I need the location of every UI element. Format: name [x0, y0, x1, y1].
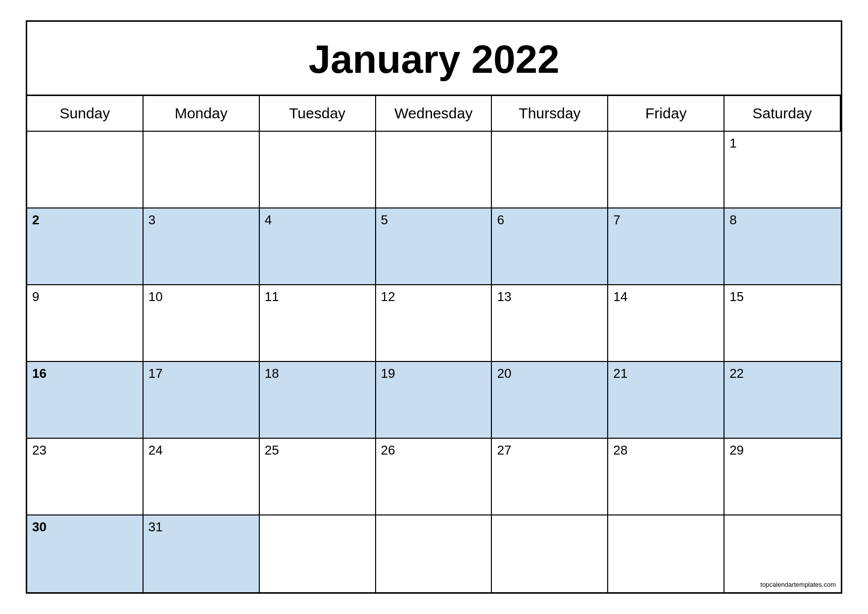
day-number: 18	[265, 366, 279, 381]
weekday-header: Wednesday	[376, 96, 492, 132]
day-number: 19	[381, 366, 395, 381]
day-number: 29	[729, 443, 744, 458]
watermark: topcalendartemplates.com	[761, 581, 836, 588]
day-number: 17	[148, 366, 163, 381]
day-number: 7	[613, 212, 620, 227]
weekday-header: Friday	[608, 96, 724, 132]
calendar-day-cell: 22	[724, 362, 841, 439]
calendar-day-cell: 24	[144, 439, 260, 515]
calendar-day-cell: 13	[492, 285, 608, 362]
calendar-day-cell: 12	[376, 285, 492, 362]
day-number: 2	[32, 212, 39, 227]
weekday-header: Saturday	[724, 96, 841, 132]
calendar-day-cell: 3	[144, 208, 260, 285]
day-number: 24	[148, 443, 163, 458]
calendar-day-cell: topcalendartemplates.com	[724, 515, 841, 592]
calendar-day-cell	[608, 132, 724, 208]
day-number: 5	[381, 212, 388, 227]
calendar-day-cell	[27, 132, 144, 208]
day-number: 30	[32, 519, 47, 534]
day-number: 3	[148, 212, 155, 227]
calendar-day-cell: 26	[376, 439, 492, 515]
day-number: 13	[497, 289, 511, 304]
weekday-header: Tuesday	[260, 96, 376, 132]
day-number: 1	[729, 136, 736, 151]
day-number: 6	[497, 212, 504, 227]
calendar-day-cell	[376, 132, 492, 208]
calendar-day-cell: 8	[724, 208, 841, 285]
day-number: 21	[613, 366, 627, 381]
day-number: 26	[381, 443, 395, 458]
day-number: 11	[265, 289, 279, 304]
calendar-day-cell	[376, 515, 492, 592]
calendar-day-cell: 6	[492, 208, 608, 285]
weekday-header: Thursday	[492, 96, 608, 132]
calendar-day-cell: 14	[608, 285, 724, 362]
calendar-day-cell	[492, 132, 608, 208]
calendar-day-cell	[260, 515, 376, 592]
day-number: 28	[613, 443, 627, 458]
calendar-title: January 2022	[37, 37, 831, 82]
day-number: 16	[32, 366, 47, 381]
calendar-day-cell: 20	[492, 362, 608, 439]
calendar-day-cell: 2	[27, 208, 144, 285]
day-number: 9	[32, 289, 39, 304]
calendar-day-cell: 28	[608, 439, 724, 515]
day-number: 31	[148, 519, 163, 534]
calendar-day-cell: 11	[260, 285, 376, 362]
calendar-day-cell	[608, 515, 724, 592]
calendar-header: January 2022	[27, 22, 841, 96]
calendar-day-cell: 31	[144, 515, 260, 592]
calendar-day-cell: 15	[724, 285, 841, 362]
day-number: 25	[265, 443, 279, 458]
calendar-day-cell: 1	[724, 132, 841, 208]
day-number: 8	[729, 212, 736, 227]
calendar-day-cell: 23	[27, 439, 144, 515]
day-number: 15	[729, 289, 744, 304]
calendar-day-cell: 7	[608, 208, 724, 285]
weekday-header: Sunday	[27, 96, 144, 132]
calendar-day-cell: 21	[608, 362, 724, 439]
calendar-day-cell: 9	[27, 285, 144, 362]
weekday-header: Monday	[144, 96, 260, 132]
calendar-day-cell: 30	[27, 515, 144, 592]
calendar-day-cell	[260, 132, 376, 208]
calendar: January 2022 SundayMondayTuesdayWednesda…	[26, 20, 842, 594]
calendar-day-cell: 29	[724, 439, 841, 515]
calendar-day-cell	[492, 515, 608, 592]
calendar-day-cell: 25	[260, 439, 376, 515]
day-number: 23	[32, 443, 47, 458]
calendar-day-cell: 18	[260, 362, 376, 439]
day-number: 27	[497, 443, 511, 458]
calendar-day-cell: 19	[376, 362, 492, 439]
day-number: 20	[497, 366, 511, 381]
calendar-day-cell: 5	[376, 208, 492, 285]
calendar-day-cell: 16	[27, 362, 144, 439]
day-number: 4	[265, 212, 272, 227]
day-number: 14	[613, 289, 627, 304]
calendar-day-cell: 17	[144, 362, 260, 439]
day-number: 10	[148, 289, 163, 304]
day-number: 22	[729, 366, 744, 381]
calendar-day-cell: 27	[492, 439, 608, 515]
calendar-day-cell	[144, 132, 260, 208]
calendar-day-cell: 4	[260, 208, 376, 285]
calendar-grid: SundayMondayTuesdayWednesdayThursdayFrid…	[27, 96, 841, 592]
calendar-day-cell: 10	[144, 285, 260, 362]
day-number: 12	[381, 289, 395, 304]
